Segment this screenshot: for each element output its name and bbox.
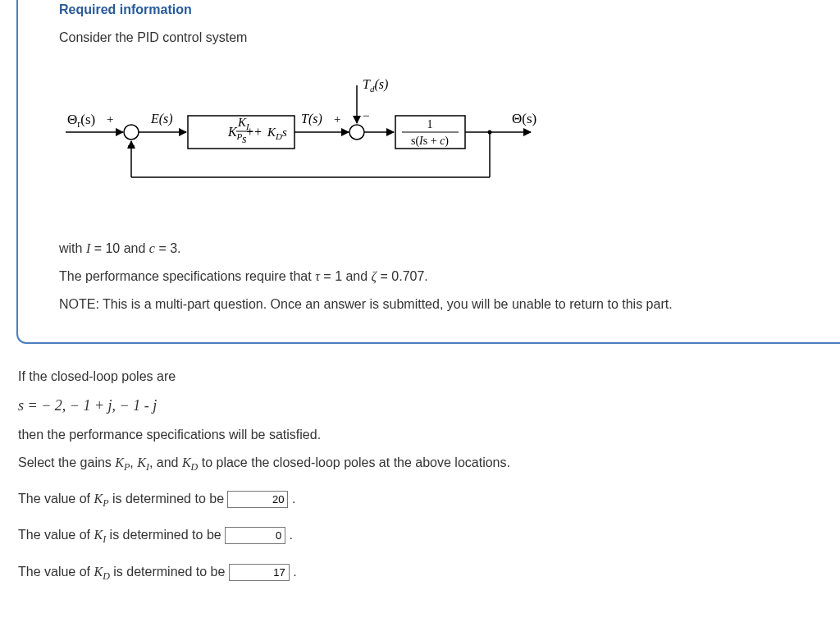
svg-text:+: +: [254, 125, 262, 139]
svg-text:Θr(s): Θr(s): [67, 112, 95, 130]
intro-text: Consider the PID control system: [59, 28, 840, 48]
summing-junction-1: [124, 125, 139, 140]
svg-text:T(s): T(s): [301, 112, 322, 126]
required-info-box: Required information Consider the PID co…: [16, 0, 840, 344]
svg-text:+: +: [334, 112, 340, 126]
svg-text:−: −: [363, 109, 369, 122]
svg-text:1: 1: [427, 118, 433, 130]
ki-row: The value of KI is determined to be .: [18, 525, 840, 547]
svg-text:E(s): E(s): [150, 112, 173, 126]
params-text: with I = 10 and c = 3.: [59, 239, 840, 259]
svg-text:s(Is + c): s(Is + c): [411, 135, 449, 148]
poles-equation: s = − 2, − 1 + j, − 1 - j: [18, 395, 840, 417]
required-info-header: Required information: [59, 0, 840, 20]
block-diagram: Θr(s) + E(s) KP + KI s + KDs: [59, 71, 840, 199]
select-prompt: Select the gains KP, KI, and KD to place…: [18, 453, 840, 474]
svg-text:s: s: [242, 133, 247, 145]
svg-text:+: +: [107, 112, 113, 126]
specs-text: The performance specifications require t…: [59, 267, 840, 286]
svg-text:Td(s): Td(s): [363, 77, 388, 94]
note-text: NOTE: This is a multi-part question. Onc…: [59, 295, 840, 314]
kd-row: The value of KD is determined to be .: [18, 562, 840, 584]
kp-row: The value of KP is determined to be .: [18, 489, 840, 510]
kp-input[interactable]: [227, 491, 288, 508]
svg-text:KDs: KDs: [267, 126, 287, 141]
summing-junction-2: [349, 125, 364, 140]
poles-outro: then the performance specifications will…: [18, 425, 840, 445]
ki-input[interactable]: [225, 527, 285, 544]
svg-text:Θ(s): Θ(s): [512, 111, 536, 126]
poles-intro: If the closed-loop poles are: [18, 367, 840, 387]
kd-input[interactable]: [229, 564, 290, 581]
